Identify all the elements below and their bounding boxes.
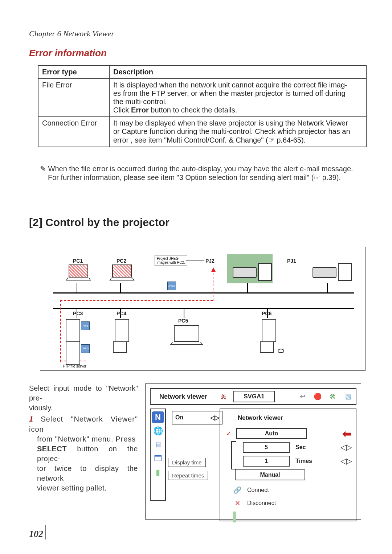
jpeg-icon: JPEG — [81, 344, 90, 353]
image-icon[interactable]: ▧ — [343, 391, 354, 402]
table-row: File Error It is displayed when the netw… — [38, 79, 367, 117]
projector-icon — [233, 267, 262, 282]
diagram-label-pc4: PC4 — [117, 311, 126, 316]
page-number-divider — [45, 525, 46, 539]
mouse-icon — [278, 349, 284, 353]
laptop-icon — [66, 264, 91, 283]
sec-label: Sec — [295, 444, 306, 451]
chapter-header: Chapter 6 Network Viewer — [29, 29, 365, 40]
connect-button[interactable]: Connect — [247, 487, 305, 493]
cell-error-type: File Error — [38, 79, 110, 117]
menu-screenshot: Network viewer 🖧 SVGA1 ↩ 🔴 🛠 ▧ N 🌐 🖥 🗔 ▮… — [145, 383, 361, 520]
text: button to check the details. — [149, 106, 237, 114]
text-bold: SELECT — [37, 445, 67, 453]
cell-description: It may be displayed when the slave proje… — [110, 117, 367, 147]
settings-icon[interactable]: 🛠 — [327, 391, 338, 402]
diagram-label-pc1: PC1 — [73, 258, 83, 264]
section-error-info-title: Error information — [29, 48, 365, 59]
arrows-left-right-icon[interactable]: ◁▷ — [340, 443, 351, 452]
th-error-type: Error type — [38, 66, 110, 79]
jpeg-icon: JPEG — [167, 282, 176, 290]
disconnect-button[interactable]: Disconnect — [247, 500, 305, 506]
arrow-left-icon[interactable]: ⬅ — [342, 427, 351, 440]
diagram-label-pj2: PJ2 — [205, 258, 215, 264]
note-line: When the file error is occurred during t… — [48, 165, 353, 173]
viewer-icon[interactable]: 🖥 — [152, 439, 164, 451]
prog-icon: Prog — [81, 321, 90, 330]
note-line: For further information, please see item… — [48, 173, 365, 182]
times-field[interactable]: 1 — [243, 456, 290, 467]
tower-icon — [66, 341, 80, 365]
info-icon[interactable]: ▮ — [152, 467, 164, 478]
back-icon[interactable]: ↩ — [297, 391, 308, 402]
text: error , see item "Multi Control/Conf. & … — [113, 136, 306, 144]
text: from "Network" menu. Press — [37, 435, 136, 443]
text: tor twice to display the network — [37, 464, 138, 482]
text: viously. — [29, 404, 53, 412]
svga-indicator[interactable]: SVGA1 — [233, 391, 275, 402]
on-field[interactable]: On ◁▷ — [172, 411, 222, 424]
menu-top-bar: Network viewer 🖧 SVGA1 ↩ 🔴 🛠 ▧ — [150, 388, 356, 405]
network-icon: 🖧 — [218, 391, 229, 402]
text: Select input mode to "Network" pre- — [29, 384, 138, 402]
diagram-label-pc2: PC2 — [117, 258, 126, 264]
tower-icon — [115, 319, 129, 342]
arrows-left-right-icon[interactable]: ◁▷ — [210, 414, 219, 422]
laptop-icon — [170, 325, 203, 343]
times-label: Times — [295, 458, 312, 464]
cell-description: It is displayed when the network unit ca… — [110, 79, 367, 117]
monitor-icon — [260, 341, 274, 353]
text: It may be displayed when the slave proje… — [113, 119, 348, 127]
text: viewer setting pallet. — [37, 484, 107, 492]
network-diagram: PC1 PC2 PJ2 PJ1 PC3 PC4 PC5 PC6 Project … — [40, 247, 366, 371]
auto-field[interactable]: Auto — [236, 428, 307, 439]
network-n-icon[interactable]: N — [152, 411, 164, 423]
color-icon[interactable]: 🔴 — [312, 391, 323, 402]
callout-display-time: Display time — [168, 458, 206, 467]
text: or Capture function during the multi-con… — [113, 127, 350, 135]
text: es from the FTP server, or when the mast… — [113, 89, 346, 97]
text-bold: Error — [131, 106, 149, 114]
panel-title: Network viewer — [238, 414, 351, 422]
text: the multi-control. — [113, 98, 167, 106]
status-bar-icon — [233, 512, 236, 522]
callout-repeat-times: Repeat times — [168, 471, 208, 480]
manual-field[interactable]: Manual — [235, 469, 305, 480]
connect-icon[interactable]: 🔗 — [233, 485, 242, 495]
laptop-icon — [109, 264, 135, 283]
page-number: 102 — [29, 529, 43, 539]
projector-icon — [313, 267, 342, 282]
network-set-icon[interactable]: 🌐 — [152, 425, 164, 437]
diagram-label-pc3: PC3 — [73, 311, 83, 316]
capture-icon[interactable]: 🗔 — [152, 453, 164, 464]
sec-field[interactable]: 5 — [243, 442, 290, 453]
monitor-icon — [113, 341, 127, 353]
error-table: Error type Description File Error It is … — [38, 65, 367, 147]
menu-title: Network viewer — [151, 393, 216, 401]
note-block: ✎ When the file error is occurred during… — [40, 164, 365, 182]
arrows-left-right-icon[interactable]: ◁▷ — [340, 456, 351, 466]
text: Project JPEG — [157, 257, 179, 260]
ftp-label: FTP file server — [63, 364, 86, 368]
diagram-label-pc6: PC6 — [262, 311, 271, 316]
note-icon: ✎ — [40, 165, 46, 173]
tower-icon — [262, 319, 276, 342]
menu-panel: Network viewer ✓ Auto ⬅ 5 Sec ◁▷ 1 — [220, 409, 356, 521]
text: Select "Network Viewer" icon — [29, 415, 138, 433]
text: images with PC2. — [157, 260, 185, 264]
cell-error-type: Connection Error — [38, 117, 110, 147]
table-row: Connection Error It may be displayed whe… — [38, 117, 367, 147]
diagram-label-pj1: PJ1 — [287, 258, 296, 264]
menu-sidebar: N 🌐 🖥 🗔 ▮ — [150, 409, 166, 501]
diagram-label-pc5: PC5 — [178, 318, 188, 324]
step-number: 1 — [29, 414, 33, 423]
on-label: On — [175, 414, 183, 421]
text: It is displayed when the network unit ca… — [113, 81, 347, 89]
text: Click — [113, 106, 131, 114]
th-description: Description — [110, 66, 367, 79]
disconnect-icon[interactable]: ✕ — [233, 498, 242, 508]
diagram-callout: Project JPEG images with PC2. — [155, 255, 187, 266]
section-control-title: [2] Control by the projector — [29, 216, 365, 229]
instruction-text: Select input mode to "Network" pre- viou… — [29, 383, 138, 520]
tower-icon — [66, 319, 80, 342]
